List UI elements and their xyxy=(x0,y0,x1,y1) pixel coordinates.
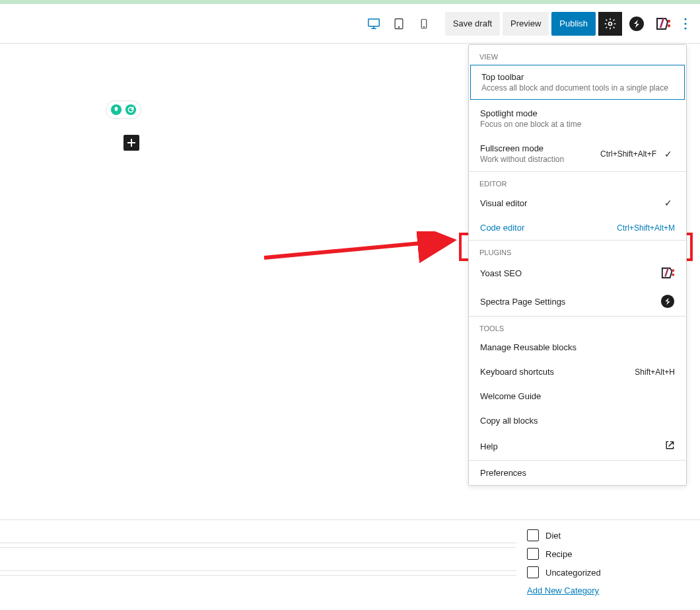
menu-item-label: Copy all blocks xyxy=(480,416,538,426)
category-label: Diet xyxy=(545,531,561,541)
tablet-preview-button[interactable] xyxy=(387,12,411,36)
desktop-icon xyxy=(367,17,381,31)
spectra-icon xyxy=(629,16,645,32)
svg-point-4 xyxy=(423,26,424,26)
spectra-icon xyxy=(660,294,675,309)
category-row-diet[interactable]: Diet xyxy=(527,526,689,545)
publish-button[interactable]: Publish xyxy=(551,12,596,36)
menu-welcome-guide[interactable]: Welcome Guide xyxy=(469,384,686,408)
menu-code-editor[interactable]: Code editor Ctrl+Shift+Alt+M xyxy=(469,215,686,240)
menu-item-label: Keyboard shortcuts xyxy=(480,367,554,377)
svg-point-6 xyxy=(629,17,644,31)
menu-item-label: Spotlight mode xyxy=(480,108,581,118)
check-icon: ✓ xyxy=(662,149,675,159)
menu-spectra[interactable]: Spectra Page Settings xyxy=(469,287,686,316)
section-plugins-header: PLUGINS xyxy=(469,241,686,259)
menu-item-label: Yoast SEO xyxy=(480,268,522,278)
section-editor-header: EDITOR xyxy=(469,172,686,190)
device-preview-group xyxy=(362,12,436,36)
plus-icon xyxy=(126,137,137,148)
menu-item-label: Preferences xyxy=(480,468,526,478)
options-dropdown: VIEW Top toolbar Access all block and do… xyxy=(468,44,687,486)
menu-reusable-blocks[interactable]: Manage Reusable blocks xyxy=(469,335,686,360)
menu-copy-all-blocks[interactable]: Copy all blocks xyxy=(469,408,686,433)
category-label: Recipe xyxy=(545,549,572,559)
menu-visual-editor[interactable]: Visual editor ✓ xyxy=(469,190,686,215)
menu-item-label: Welcome Guide xyxy=(480,391,541,401)
svg-point-14 xyxy=(672,269,674,272)
menu-keyboard-shortcuts[interactable]: Keyboard shortcuts Shift+Alt+H xyxy=(469,360,686,384)
menu-item-label: Visual editor xyxy=(480,198,527,208)
category-row-uncategorized[interactable]: Uncategorized xyxy=(527,563,689,582)
menu-yoast[interactable]: Yoast SEO xyxy=(469,259,686,287)
menu-item-label: Spectra Page Settings xyxy=(480,297,565,307)
canvas-helper-icons xyxy=(106,100,141,119)
svg-point-13 xyxy=(125,104,136,115)
svg-point-11 xyxy=(684,27,686,29)
editor-toolbar: Save draft Preview Publish xyxy=(0,4,700,44)
menu-fullscreen[interactable]: Fullscreen mode Work without distraction… xyxy=(469,136,686,171)
menu-item-label: Manage Reusable blocks xyxy=(480,342,577,352)
checkbox[interactable] xyxy=(527,566,539,578)
menu-top-toolbar[interactable]: Top toolbar Access all block and documen… xyxy=(470,65,685,100)
menu-item-label: Help xyxy=(480,441,498,451)
menu-item-desc: Access all block and document tools in a… xyxy=(481,83,668,93)
svg-point-10 xyxy=(684,22,686,24)
tablet-icon xyxy=(392,17,405,30)
yoast-icon xyxy=(655,17,671,31)
section-tools-header: TOOLS xyxy=(469,317,686,335)
svg-rect-0 xyxy=(368,19,380,26)
helper-bulb-icon[interactable] xyxy=(109,102,123,117)
save-draft-button[interactable]: Save draft xyxy=(445,12,500,36)
svg-point-7 xyxy=(668,19,670,22)
svg-point-8 xyxy=(668,24,670,26)
mobile-preview-button[interactable] xyxy=(412,12,436,36)
checkbox[interactable] xyxy=(527,529,539,541)
svg-point-16 xyxy=(661,295,674,308)
more-vertical-icon xyxy=(684,18,687,30)
checkbox[interactable] xyxy=(527,548,539,560)
menu-preferences[interactable]: Preferences xyxy=(469,461,686,485)
svg-point-9 xyxy=(684,18,686,20)
menu-help[interactable]: Help xyxy=(469,433,686,460)
grammarly-icon[interactable] xyxy=(123,102,138,117)
external-link-icon xyxy=(664,440,675,453)
menu-item-label: Top toolbar xyxy=(481,72,668,82)
spectra-toolbar-button[interactable] xyxy=(625,12,648,36)
add-new-category-link[interactable]: Add New Category xyxy=(527,586,599,595)
category-label: Uncategorized xyxy=(545,568,601,578)
mobile-icon xyxy=(418,18,430,30)
more-options-button[interactable] xyxy=(678,12,693,36)
menu-item-label: Fullscreen mode xyxy=(480,143,564,153)
svg-point-2 xyxy=(398,26,399,27)
desktop-preview-button[interactable] xyxy=(362,12,386,36)
menu-item-label: Code editor xyxy=(480,223,524,233)
menu-item-shortcut: Ctrl+Shift+Alt+M xyxy=(617,223,675,233)
svg-point-5 xyxy=(609,22,612,25)
menu-item-desc: Work without distraction xyxy=(480,155,564,164)
category-row-recipe[interactable]: Recipe xyxy=(527,545,689,563)
menu-item-shortcut: Ctrl+Shift+Alt+F xyxy=(600,149,656,159)
menu-item-shortcut: Shift+Alt+H xyxy=(635,367,675,377)
gear-icon xyxy=(604,17,617,30)
settings-button[interactable] xyxy=(598,12,622,36)
svg-point-15 xyxy=(672,274,674,276)
yoast-toolbar-button[interactable] xyxy=(651,12,675,36)
preview-button[interactable]: Preview xyxy=(503,12,549,36)
section-view-header: VIEW xyxy=(469,45,686,63)
check-icon: ✓ xyxy=(662,198,675,208)
yoast-icon xyxy=(660,266,675,280)
add-block-button[interactable] xyxy=(123,135,139,151)
menu-item-desc: Focus on one block at a time xyxy=(480,120,581,129)
categories-panel: Diet Recipe Uncategorized Add New Catego… xyxy=(516,521,700,606)
menu-spotlight[interactable]: Spotlight mode Focus on one block at a t… xyxy=(469,101,686,136)
